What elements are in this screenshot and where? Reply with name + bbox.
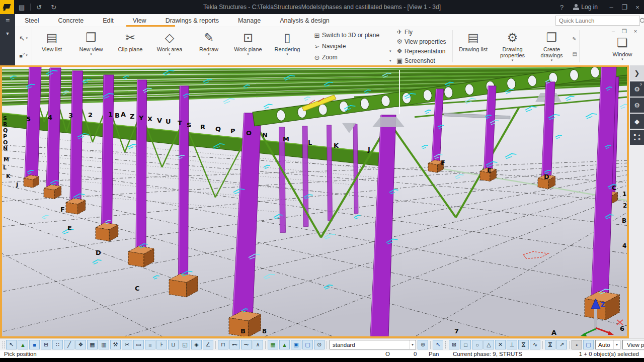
menu-tab-view[interactable]: View	[123, 14, 156, 27]
select-points-icon[interactable]: ■	[29, 340, 40, 349]
switch-to-3d-or-plane-button[interactable]: ⊞Switch to 3D or plane	[312, 30, 379, 41]
zoom-original-icon[interactable]: ⊙	[314, 340, 325, 349]
help-icon[interactable]: ?	[555, 0, 568, 14]
select-pointer-icon[interactable]: ↖	[6, 340, 17, 349]
snap-corner-icon[interactable]: ⊓	[218, 340, 228, 349]
close-button[interactable]: ×	[631, 4, 644, 11]
select-components-icon[interactable]: ❖	[75, 340, 86, 349]
view-list-button[interactable]: ▤ View list	[32, 27, 71, 65]
snap-midpoint-icon[interactable]: ⊸	[241, 340, 252, 349]
hamburger-menu-icon[interactable]: ≡	[0, 14, 15, 27]
view-properties-button[interactable]: ⚙View properties	[389, 37, 446, 46]
selection-box-icon[interactable]: ▣	[291, 340, 301, 349]
render-parts-icon[interactable]: ▦	[268, 340, 278, 349]
snap-free-icon[interactable]: ↗	[556, 340, 567, 349]
grid-label-Y: Y	[138, 114, 144, 122]
drawing-list-button[interactable]: ▤ Drawing list	[454, 27, 493, 65]
snap-reference-points-icon[interactable]: ⊠	[449, 340, 459, 349]
view-filter-combo[interactable]: standard▾	[330, 340, 416, 349]
clip-plane-button[interactable]: ✂ Clip plane	[111, 27, 150, 65]
representation-button[interactable]: ▾❖Representation	[389, 46, 446, 56]
snap-angle-icon[interactable]: ∧	[253, 340, 263, 349]
redraw-button[interactable]: ✎ Redraw ▾	[189, 27, 228, 65]
search-icon[interactable]	[639, 18, 644, 24]
rendering-button[interactable]: ▯ Rendering ▾	[268, 27, 307, 65]
select-welds-icon[interactable]: ⚒	[110, 340, 121, 349]
fly-button[interactable]: ✈Fly	[389, 27, 446, 37]
select-lines-icon[interactable]: ╱	[64, 340, 74, 349]
view-plane-button[interactable]: View plane	[622, 340, 644, 349]
snap-geometry-icon[interactable]: □	[460, 340, 471, 349]
snap-circle-icon[interactable]: ○	[472, 340, 482, 349]
select-planes-icon[interactable]: ◈	[191, 340, 202, 349]
snap-cross-icon[interactable]: ✕	[495, 340, 506, 349]
undo-icon[interactable]: ↺	[32, 0, 46, 14]
snap-nearest-icon[interactable]: ∿	[530, 340, 540, 349]
select-bolts-icon[interactable]: ⊦	[156, 340, 167, 349]
save-icon[interactable]: ▤	[14, 0, 29, 14]
select-surfaces-icon[interactable]: ◱	[180, 340, 190, 349]
model-view-3d[interactable]: Z54321BAZYXVUTSRQPONMLKJSRQPONMLKJFEDCFE…	[0, 65, 629, 338]
pointer-tool-button[interactable]: ↖▾	[19, 34, 28, 42]
ortho-toggle-icon[interactable]: ▪	[572, 340, 582, 349]
relative-coordinates-icon[interactable]: ▢	[583, 340, 594, 349]
applications-help-icon[interactable]: ⚙?	[630, 81, 644, 97]
select-bars-icon[interactable]: ≡	[145, 340, 155, 349]
inquire-tool-button[interactable]: ■?▾	[19, 52, 28, 59]
user-icon[interactable]	[573, 4, 579, 10]
zoom-button[interactable]: ⊙Zoom	[312, 52, 379, 63]
select-grid-points-icon[interactable]: ∷	[52, 340, 63, 349]
work-plane-button[interactable]: ⊡ Work plane ▾	[228, 27, 268, 65]
select-grid-lines-icon[interactable]: ▥	[99, 340, 109, 349]
minimize-button[interactable]: –	[605, 4, 618, 11]
work-area-icon: ◇	[165, 30, 174, 46]
selection-handles-icon[interactable]: ▢	[302, 340, 313, 349]
grid-label-2: 2	[623, 202, 627, 209]
ribbon-mini-button[interactable]: ✎	[573, 36, 577, 42]
select-cuts-icon[interactable]: ✂	[122, 340, 132, 349]
view-close-icon[interactable]: ×	[630, 28, 641, 35]
expand-panel-icon[interactable]: ❯	[630, 65, 644, 80]
snap-triangle-icon[interactable]: △	[484, 340, 494, 349]
snap-perpendicular-icon[interactable]: ⊥	[507, 340, 517, 349]
redo-icon[interactable]: ↻	[46, 0, 61, 14]
window-button[interactable]: ❏ Window ▾	[603, 32, 642, 61]
menu-tab-drawings-reports[interactable]: Drawings & reports	[156, 14, 228, 27]
view-minimize-icon[interactable]: –	[608, 28, 619, 35]
ribbon-mini-button[interactable]: ▤	[573, 51, 577, 57]
view-restore-icon[interactable]: ❐	[619, 28, 630, 35]
select-distances-icon[interactable]: ∠	[203, 340, 213, 349]
login-button[interactable]: Log in	[581, 4, 598, 11]
settings-gear-icon[interactable]: ⚙	[630, 98, 644, 113]
select-views-icon[interactable]: ▭	[133, 340, 144, 349]
menu-tab-analysis-design[interactable]: Analysis & design	[270, 14, 339, 27]
select-parts-icon[interactable]: ▲	[18, 340, 28, 349]
menu-tab-manage[interactable]: Manage	[228, 14, 270, 27]
menu-tab-steel[interactable]: Steel	[15, 14, 49, 27]
select-grids-icon[interactable]: ▦	[87, 340, 98, 349]
menu-tab-concrete[interactable]: Concrete	[49, 14, 94, 27]
plane-type-combo[interactable]: Auto▾	[595, 340, 620, 349]
applications-components-icon[interactable]: ■▲●✚	[630, 130, 644, 145]
model-scene[interactable]: Z54321BAZYXVUTSRQPONMLKJSRQPONMLKJFEDCFE…	[2, 67, 627, 336]
components-cube-icon[interactable]: ◆	[630, 114, 644, 129]
filter-settings-icon[interactable]: ⊛	[418, 340, 428, 349]
render-components-icon[interactable]: ▲	[279, 340, 290, 349]
smart-select-icon[interactable]: ↖	[433, 340, 443, 349]
restore-button[interactable]: ❐	[618, 4, 631, 11]
tekla-logo-icon[interactable]	[0, 0, 14, 14]
rail-chevron-down-icon[interactable]: ▼	[0, 27, 15, 40]
navigate-button[interactable]: ➢Navigate	[312, 41, 379, 52]
new-view-button[interactable]: ❒ New view ▾	[71, 27, 111, 65]
snap-any-position-icon[interactable]: ⋈	[545, 340, 555, 349]
work-area-button[interactable]: ◇ Work area ▾	[150, 27, 189, 65]
drawing-properties-button[interactable]: ⚙ Drawing properties ▾	[493, 27, 532, 65]
select-assemblies-icon[interactable]: ⊟	[41, 340, 51, 349]
create-drawings-button[interactable]: ❒ Create drawings ▾	[532, 27, 572, 65]
select-rebar-icon[interactable]: ⊔	[168, 340, 179, 349]
quick-launch-input[interactable]	[556, 18, 639, 24]
screenshot-button[interactable]: ▾▣Screenshot	[389, 56, 446, 65]
snap-endpoint-icon[interactable]: ⊷	[229, 340, 240, 349]
menu-tab-edit[interactable]: Edit	[93, 14, 123, 27]
snap-extension-icon[interactable]: ⋈	[518, 340, 529, 349]
